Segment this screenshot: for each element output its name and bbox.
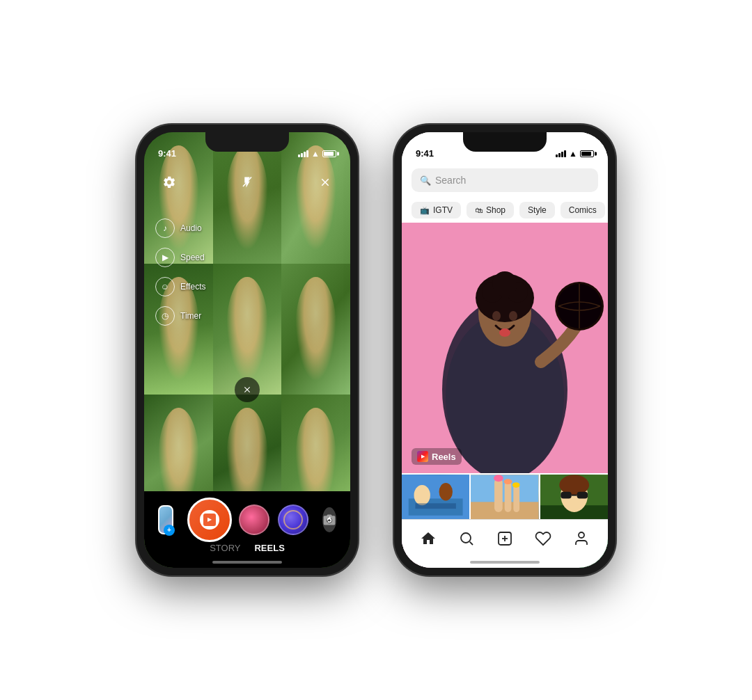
signal-icon (298, 150, 308, 157)
home-icon (420, 530, 437, 547)
svg-line-55 (469, 541, 472, 544)
add-icon (496, 530, 513, 547)
svg-point-10 (509, 311, 517, 321)
timer-tool[interactable]: ◷ Timer (155, 306, 205, 326)
right-phone-screen: 9:41 ▲ (402, 132, 608, 568)
left-phone-screen: 9:41 ▲ (144, 132, 350, 568)
svg-point-8 (492, 271, 517, 296)
right-status-icons: ▲ (556, 149, 594, 159)
left-notch (205, 132, 289, 152)
speed-label: Speed (180, 253, 205, 262)
effects-icon: ☺ (155, 277, 175, 296)
search-icon: 🔍 (420, 175, 431, 186)
explore-screen: 9:41 ▲ (402, 132, 608, 568)
svg-point-11 (499, 328, 510, 337)
signal-bar-1 (298, 154, 300, 157)
svg-point-59 (579, 532, 584, 538)
filter-chip-comics[interactable]: Comics (561, 202, 605, 218)
left-phone: 9:41 ▲ (136, 124, 359, 576)
filter-chip-igtv[interactable]: 📺 IGTV (412, 202, 461, 218)
igtv-chip-label: IGTV (433, 205, 453, 215)
igtv-chip-icon: 📺 (420, 206, 430, 215)
speed-tool[interactable]: ▶ Speed (155, 248, 205, 267)
search-nav-button[interactable] (454, 526, 479, 551)
shop-chip-label: Shop (486, 205, 506, 215)
svg-rect-33 (577, 492, 588, 499)
thumb-cell-1[interactable] (402, 475, 469, 523)
svg-rect-32 (561, 492, 572, 499)
left-status-icons: ▲ (298, 149, 336, 159)
thumb-cell-2[interactable] (471, 475, 538, 523)
profile-nav-button[interactable] (569, 526, 594, 551)
effects-label: Effects (180, 282, 205, 292)
right-phone: 9:41 ▲ (393, 124, 616, 576)
battery-icon (322, 150, 336, 157)
signal-bar-3 (304, 152, 306, 157)
svg-point-27 (512, 482, 520, 488)
search-placeholder: Search (435, 175, 466, 186)
right-notch (463, 132, 547, 152)
comics-chip-label: Comics (569, 205, 597, 215)
reels-badge-icon (417, 451, 428, 462)
settings-button[interactable] (158, 171, 180, 193)
right-signal-icon (556, 150, 566, 157)
svg-point-54 (461, 533, 471, 543)
main-explore-image: Reels (402, 223, 608, 473)
filter-chips-row: 📺 IGTV 🛍 Shop Style Comics TV & Movies (402, 198, 608, 223)
top-controls-row (144, 163, 350, 202)
timer-label: Timer (180, 311, 201, 321)
signal-bar-4 (306, 150, 308, 157)
svg-point-18 (439, 483, 453, 500)
filter-chip-shop[interactable]: 🛍 Shop (467, 202, 514, 218)
filter-chip-style[interactable]: Style (519, 202, 555, 218)
audio-icon: ♪ (155, 218, 175, 238)
thumb-cell-3[interactable] (540, 475, 608, 523)
audio-tool[interactable]: ♪ Audio (155, 218, 205, 238)
svg-point-17 (414, 485, 430, 505)
shop-chip-icon: 🛍 (475, 206, 483, 214)
style-chip-label: Style (528, 205, 547, 215)
close-effects-button[interactable] (235, 377, 260, 402)
activity-nav-button[interactable] (531, 526, 556, 551)
close-camera-button[interactable] (314, 171, 336, 193)
svg-rect-19 (415, 503, 455, 509)
svg-point-25 (494, 475, 503, 482)
timer-icon: ◷ (155, 306, 175, 326)
right-wifi-icon: ▲ (569, 149, 577, 159)
wifi-icon: ▲ (311, 149, 320, 159)
profile-icon (573, 530, 590, 547)
left-time: 9:41 (158, 148, 176, 159)
add-nav-button[interactable] (492, 526, 517, 551)
right-battery-fill (581, 152, 591, 156)
svg-point-26 (504, 479, 512, 484)
home-nav-button[interactable] (416, 526, 441, 551)
svg-rect-24 (514, 485, 520, 512)
right-home-indicator (470, 561, 540, 564)
right-time: 9:41 (416, 148, 434, 159)
reels-badge-text: Reels (432, 452, 456, 462)
side-tools: ♪ Audio ▶ Speed ☺ Effects ◷ Timer (155, 218, 205, 326)
camera-controls: ♪ Audio ▶ Speed ☺ Effects ◷ Timer (144, 163, 350, 568)
phones-container: 9:41 ▲ (136, 124, 616, 576)
flash-button[interactable] (236, 171, 258, 193)
svg-point-9 (492, 311, 501, 321)
heart-icon (535, 530, 551, 547)
reels-badge: Reels (412, 448, 462, 465)
audio-label: Audio (180, 223, 202, 233)
effects-tool[interactable]: ☺ Effects (155, 277, 205, 296)
search-bar[interactable]: 🔍 Search (412, 168, 598, 192)
right-battery-icon (580, 150, 594, 157)
speed-icon: ▶ (155, 248, 175, 267)
explore-hero-image (402, 223, 608, 473)
search-nav-icon (458, 530, 475, 547)
battery-fill (324, 152, 334, 156)
signal-bar-2 (301, 153, 303, 157)
svg-rect-23 (505, 482, 512, 512)
svg-rect-22 (494, 478, 503, 512)
